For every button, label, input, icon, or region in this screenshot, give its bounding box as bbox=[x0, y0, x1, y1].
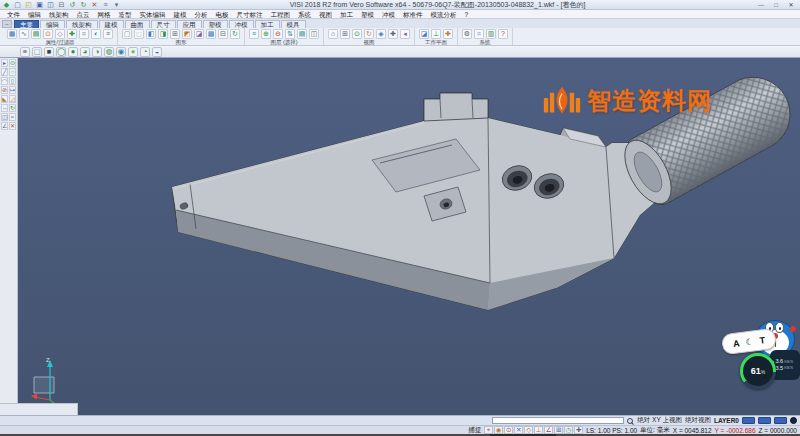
background-color-button[interactable] bbox=[790, 417, 797, 424]
snap-midpoint-icon[interactable]: ◉ bbox=[494, 426, 503, 434]
redo-icon[interactable]: ↻ bbox=[79, 0, 88, 9]
show-all-icon[interactable]: ▢ bbox=[122, 29, 132, 39]
menu-item[interactable]: 文件 bbox=[3, 10, 24, 19]
settings-icon[interactable]: ⚙ bbox=[462, 29, 472, 39]
workplane-origin-icon[interactable]: ✚ bbox=[443, 29, 453, 39]
menu-item[interactable]: 视图 bbox=[315, 10, 336, 19]
extend-tool-icon[interactable]: ↦ bbox=[9, 86, 16, 94]
quarter-sphere-icon[interactable]: ◔ bbox=[140, 47, 150, 57]
menu-item[interactable]: 工程图 bbox=[267, 10, 295, 19]
snap-timer-icon[interactable]: ◷ bbox=[564, 426, 573, 434]
tab-application[interactable]: 应用 bbox=[177, 20, 202, 28]
performance-gauge[interactable]: 61% bbox=[740, 353, 776, 389]
point-filter-icon[interactable]: ⊙ bbox=[43, 29, 53, 39]
snap-endpoint-icon[interactable]: ⌖ bbox=[484, 426, 493, 434]
ime-skin-icon[interactable]: T bbox=[759, 335, 766, 346]
arc-tool-icon[interactable]: ◠ bbox=[1, 77, 8, 85]
mask-icon[interactable]: ◪ bbox=[194, 29, 204, 39]
geometry-filter-icon[interactable]: ◇ bbox=[55, 29, 65, 39]
dotted-sphere-icon[interactable]: ◍ bbox=[104, 47, 114, 57]
angle-tool-icon[interactable]: ∠ bbox=[1, 122, 8, 130]
viewbar-menu-icon[interactable]: ≡ bbox=[20, 47, 30, 57]
menu-item[interactable]: 实体编辑 bbox=[136, 10, 170, 19]
open-file-icon[interactable]: ◰ bbox=[24, 0, 33, 9]
menu-item[interactable]: 点云 bbox=[73, 10, 94, 19]
element-color-icon[interactable]: ▦ bbox=[7, 29, 17, 39]
color-swatch-button[interactable] bbox=[742, 417, 755, 424]
page-white-icon[interactable]: ▢ bbox=[32, 47, 42, 57]
menu-item[interactable]: 造型 bbox=[115, 10, 136, 19]
tab-main[interactable]: 主要 bbox=[14, 20, 39, 28]
page-dark-icon[interactable]: ■ bbox=[44, 47, 54, 57]
shaded-edges-sphere-icon[interactable]: ◕ bbox=[80, 47, 90, 57]
pan-view-icon[interactable]: ✚ bbox=[388, 29, 398, 39]
save-all-icon[interactable]: ◫ bbox=[46, 0, 55, 9]
workplane-grid-icon[interactable]: ✚ bbox=[574, 426, 583, 434]
macro-icon[interactable]: ≡ bbox=[101, 0, 110, 9]
save-icon[interactable]: ▣ bbox=[35, 0, 44, 9]
redraw-icon[interactable]: ↻ bbox=[230, 29, 240, 39]
hide-selected-icon[interactable]: ◻ bbox=[134, 29, 144, 39]
delete-tool-icon[interactable]: ✕ bbox=[9, 122, 16, 130]
offset-tool-icon[interactable]: ≈ bbox=[9, 113, 16, 121]
light-sphere-icon[interactable]: ● bbox=[128, 47, 138, 57]
close-button[interactable]: ✕ bbox=[784, 0, 798, 9]
menu-item[interactable]: 冲模 bbox=[378, 10, 399, 19]
grid-filter-icon[interactable]: ⌗ bbox=[79, 29, 89, 39]
menu-item[interactable]: 尺寸标注 bbox=[233, 10, 267, 19]
workplane-align-icon[interactable]: ⊥ bbox=[431, 29, 441, 39]
layer-manager-icon[interactable]: ≡ bbox=[249, 29, 259, 39]
tab-mould[interactable]: 塑模 bbox=[203, 20, 228, 28]
layer-copy-icon[interactable]: ◫ bbox=[309, 29, 319, 39]
chamfer-tool-icon[interactable]: ◿ bbox=[9, 95, 16, 103]
unmask-icon[interactable]: ▩ bbox=[206, 29, 216, 39]
snap-perpendicular-icon[interactable]: ⊥ bbox=[534, 426, 543, 434]
layer-list-icon[interactable]: ▤ bbox=[297, 29, 307, 39]
menu-item[interactable]: 建模 bbox=[170, 10, 191, 19]
layer-filter-icon[interactable]: ▤ bbox=[31, 29, 41, 39]
workplane-xy-icon[interactable]: ◪ bbox=[419, 29, 429, 39]
add-filter-icon[interactable]: ✚ bbox=[67, 29, 77, 39]
select-tool-icon[interactable]: ▸ bbox=[1, 59, 8, 67]
3d-viewport[interactable]: Z 智造资料网 bbox=[18, 58, 800, 415]
previous-view-icon[interactable]: ◂ bbox=[400, 29, 410, 39]
menu-item[interactable]: 编辑 bbox=[24, 10, 45, 19]
model-body[interactable] bbox=[172, 93, 662, 310]
new-file-icon[interactable]: ▢ bbox=[13, 0, 22, 9]
highlight-icon[interactable]: ◩ bbox=[182, 29, 192, 39]
line-style-icon[interactable]: ∿ bbox=[19, 29, 29, 39]
menu-item[interactable]: 分析 bbox=[191, 10, 212, 19]
menu-item[interactable]: 塑模 bbox=[357, 10, 378, 19]
model-clip-tab[interactable] bbox=[424, 93, 488, 121]
home-view-icon[interactable]: ⌂ bbox=[328, 29, 338, 39]
point-tool-icon[interactable]: ⊙ bbox=[9, 59, 16, 67]
undo-icon[interactable]: ↺ bbox=[68, 0, 77, 9]
shaded-sphere-icon[interactable]: ● bbox=[68, 47, 78, 57]
menu-item[interactable]: 线架构 bbox=[45, 10, 73, 19]
ime-lang-icon[interactable]: A bbox=[732, 338, 740, 349]
blue-sphere-icon[interactable]: ◉ bbox=[116, 47, 126, 57]
snap-angle-icon[interactable]: ∠ bbox=[544, 426, 553, 434]
tab-edit[interactable]: 编辑 bbox=[40, 20, 65, 28]
app-logo-icon[interactable]: ◆ bbox=[2, 0, 11, 9]
zoom-window-icon[interactable]: ⊞ bbox=[340, 29, 350, 39]
toolbar-options-icon[interactable]: ▾ bbox=[112, 0, 121, 9]
color-swatch-button[interactable] bbox=[758, 417, 771, 424]
workplane-status[interactable]: 绝对 XY 上视图 bbox=[637, 416, 682, 425]
blank-toggle-icon[interactable]: ⊟ bbox=[218, 29, 228, 39]
wireframe-sphere-icon[interactable]: ◯ bbox=[56, 47, 66, 57]
iso-view-icon[interactable]: ◈ bbox=[376, 29, 386, 39]
rectangle-tool-icon[interactable]: ▯ bbox=[9, 77, 16, 85]
layer-remove-icon[interactable]: ⊖ bbox=[273, 29, 283, 39]
wireframe-display-icon[interactable]: ◧ bbox=[146, 29, 156, 39]
halfshade-sphere-icon[interactable]: ◑ bbox=[92, 47, 102, 57]
line-tool-icon[interactable]: ╱ bbox=[1, 68, 8, 76]
color-swatch-button[interactable] bbox=[774, 417, 787, 424]
rotate-view-icon[interactable]: ↻ bbox=[364, 29, 374, 39]
tab-surface[interactable]: 曲面 bbox=[125, 20, 150, 28]
hidden-line-icon[interactable]: ⊞ bbox=[170, 29, 180, 39]
bottom-sphere-icon[interactable]: ◒ bbox=[152, 47, 162, 57]
coordinate-input[interactable] bbox=[492, 417, 624, 424]
rotate-tool-icon[interactable]: ↻ bbox=[9, 104, 16, 112]
move-tool-icon[interactable]: ↔ bbox=[1, 104, 8, 112]
